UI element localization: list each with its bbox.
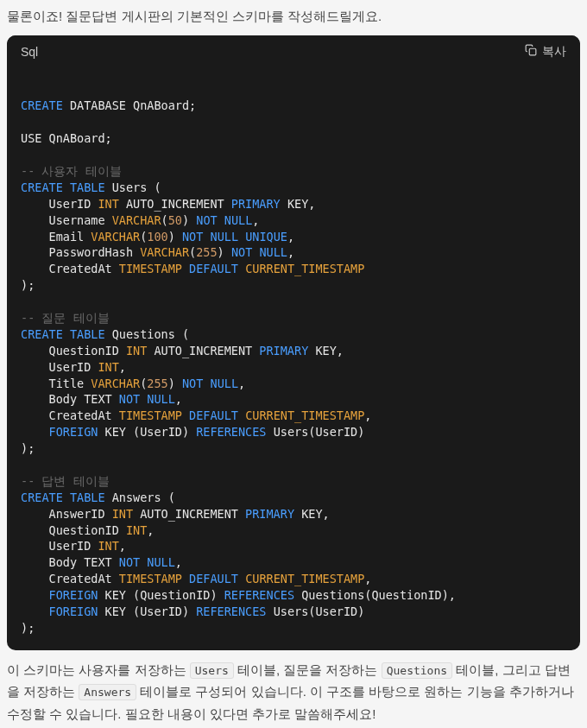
svg-rect-0 [529, 48, 536, 55]
inline-code: Answers [79, 684, 136, 700]
intro-text: 물론이죠! 질문답변 게시판의 기본적인 스키마를 작성해드릴게요. [7, 7, 580, 27]
inline-code: Users [190, 662, 234, 679]
code-content[interactable]: CREATE DATABASE QnABoard; USE QnABoard; … [7, 68, 580, 650]
inline-code: Questions [382, 662, 452, 679]
language-label: Sql [21, 45, 38, 59]
copy-button[interactable]: 복사 [525, 44, 566, 60]
outro-text: 이 스키마는 사용자를 저장하는 Users 테이블, 질문을 저장하는 Que… [7, 659, 580, 725]
code-block: Sql 복사 CREATE DATABASE QnABoard; USE QnA… [7, 35, 580, 650]
copy-icon [525, 44, 537, 59]
code-header: Sql 복사 [7, 35, 580, 68]
copy-label: 복사 [542, 44, 566, 60]
